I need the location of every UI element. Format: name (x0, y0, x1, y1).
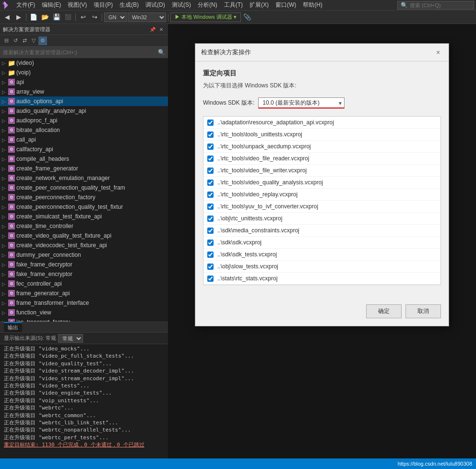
save-all-btn[interactable]: ⬛ (63, 12, 73, 23)
list-item[interactable]: ..\rtc_tools\video_replay.vcxproj (203, 189, 440, 201)
tree-item[interactable]: ▷⚙frame_transformer_interface (0, 298, 168, 308)
se-search-bar[interactable]: 🔍 (0, 47, 168, 58)
list-item[interactable]: ..\obj\rtc_unittests.vcxproj (203, 213, 440, 225)
list-item[interactable]: ..\stats\rtc_stats.vcxproj (203, 273, 440, 285)
menu-build[interactable]: 生成(B) (117, 0, 142, 10)
project-checkbox[interactable] (207, 216, 214, 222)
list-item[interactable]: ..\adaptation\resource_adaptation_api.vc… (203, 117, 440, 129)
menu-test[interactable]: 测试(S) (169, 0, 194, 10)
list-item[interactable]: ..\sdk\sdk.vcxproj (203, 237, 440, 249)
sdk-version-select[interactable]: 10.0 (最新安装的版本)8.1不升级 (258, 97, 345, 108)
menu-file[interactable]: 文件(F) (13, 0, 38, 10)
tree-item[interactable]: ▷⚙create_simulcast_test_fixture_api (0, 212, 168, 221)
open-btn[interactable]: 📂 (40, 12, 50, 23)
tree-item[interactable]: ▷⚙create_time_controller (0, 221, 168, 231)
project-checkbox[interactable] (207, 192, 214, 198)
list-item[interactable]: ..\rtc_tools\yuv_to_ivf_converter.vcxpro… (203, 201, 440, 213)
tree-item[interactable]: ▷⚙audio_quality_analyzer_api (0, 106, 168, 116)
menu-project[interactable]: 项目(P) (91, 0, 116, 10)
platform-dropdown[interactable]: Win32 (128, 12, 166, 22)
dialog-confirm-btn[interactable]: 确定 (366, 304, 402, 318)
tree-item[interactable]: ▷⚙ice_transport_factory (0, 317, 168, 322)
tree-item[interactable]: ▷⚙api (0, 77, 168, 87)
menu-edit[interactable]: 编辑(E) (39, 0, 64, 10)
tree-item[interactable]: ▷📁(voip) (0, 68, 168, 77)
se-pin-btn[interactable]: 📌 (149, 25, 156, 33)
config-dropdown[interactable]: GN (104, 12, 127, 22)
tree-item[interactable]: ▷⚙create_videocodec_test_fixture_api (0, 241, 168, 250)
dialog-cancel-btn[interactable]: 取消 (405, 304, 441, 318)
list-item[interactable]: ..\obj\slow_tests.vcxproj (203, 261, 440, 273)
list-item[interactable]: ..\rtc_tools\unpack_aecdump.vcxproj (203, 141, 440, 153)
undo-btn[interactable]: ↩ (78, 12, 88, 23)
project-checkbox[interactable] (207, 168, 214, 174)
tree-item[interactable]: ▷⚙array_view (0, 87, 168, 96)
list-item[interactable]: ..\rtc_tools\video_file_writer.vcxproj (203, 165, 440, 177)
project-checkbox[interactable] (207, 156, 214, 162)
se-collapse-btn[interactable]: ⊟ (2, 36, 11, 45)
menu-extensions[interactable]: 扩展(X) (247, 0, 272, 10)
solution-tree[interactable]: ▷📁(video)▷📁(voip)▷⚙api▷⚙array_view▷⚙audi… (0, 58, 168, 322)
project-checkbox[interactable] (207, 120, 214, 126)
tree-item[interactable]: ▷⚙create_frame_generator (0, 164, 168, 173)
tree-item[interactable]: ▷📁(video) (0, 58, 168, 68)
se-search-input[interactable] (3, 49, 156, 55)
project-checkbox[interactable] (207, 240, 214, 246)
se-refresh-btn[interactable]: ↺ (11, 36, 20, 45)
list-item[interactable]: ..\rtc_tools\video_file_reader.vcxproj (203, 153, 440, 165)
project-checkbox[interactable] (207, 180, 214, 186)
tree-item[interactable]: ▷⚙function_view (0, 308, 168, 317)
tree-item[interactable]: ▷⚙create_network_emulation_manager (0, 173, 168, 183)
se-filter-btn[interactable]: ▽ (29, 36, 38, 45)
tree-item[interactable]: ▷⚙compile_all_headers (0, 154, 168, 164)
project-checkbox[interactable] (207, 204, 214, 210)
menu-window[interactable]: 窗口(W) (273, 0, 299, 10)
project-checkbox[interactable] (207, 132, 214, 138)
tree-item[interactable]: ▷⚙fec_controller_api (0, 279, 168, 289)
new-project-btn[interactable]: 📄 (28, 12, 39, 23)
tree-item[interactable]: ▷⚙create_peerconnection_factory (0, 192, 168, 202)
tree-item[interactable]: ▷⚙create_peer_connection_quality_test_fr… (0, 183, 168, 192)
save-btn[interactable]: 💾 (51, 12, 62, 23)
redo-btn[interactable]: ↪ (89, 12, 100, 23)
tree-item[interactable]: ▷⚙fake_frame_decryptor (0, 260, 168, 269)
se-close-btn[interactable]: ✕ (157, 25, 165, 33)
output-tab[interactable]: 输出 (4, 322, 22, 332)
project-list[interactable]: ..\adaptation\resource_adaptation_api.vc… (203, 116, 441, 285)
se-sync-btn[interactable]: ⇄ (20, 36, 29, 45)
tree-item[interactable]: ▷⚙audio_options_api (0, 96, 168, 106)
project-checkbox[interactable] (207, 276, 214, 282)
project-checkbox[interactable] (207, 264, 214, 270)
menu-view[interactable]: 视图(V) (65, 0, 90, 10)
project-checkbox[interactable] (207, 228, 214, 234)
list-item[interactable]: ..\rtc_tools\video_quality_analysis.vcxp… (203, 177, 440, 189)
list-item[interactable]: ..\sdk\media_constraints.vcxproj (203, 225, 440, 237)
project-checkbox[interactable] (207, 252, 214, 258)
menu-help[interactable]: 帮助(H) (300, 0, 325, 10)
menu-search-box[interactable]: 🔍 (397, 1, 474, 10)
tree-item[interactable]: ▷⚙call_api (0, 135, 168, 144)
output-source-select[interactable]: 常规 (58, 334, 83, 343)
menu-analyze[interactable]: 分析(N) (195, 0, 220, 10)
attach-btn[interactable]: 📎 (242, 12, 252, 23)
menu-tools[interactable]: 工具(T) (221, 0, 246, 10)
tree-item[interactable]: ▷⚙fake_frame_encryptor (0, 269, 168, 279)
menu-debug[interactable]: 调试(D) (143, 0, 168, 10)
tree-item[interactable]: ▷⚙dummy_peer_connection (0, 250, 168, 260)
se-settings-btn[interactable]: ⚙ (38, 36, 47, 45)
tree-item[interactable]: ▷⚙create_peerconnection_quality_test_fix… (0, 202, 168, 212)
tree-item[interactable]: ▷⚙bitrate_allocation (0, 125, 168, 135)
list-item[interactable]: ..\sdk\sdk_tests.vcxproj (203, 249, 440, 261)
tree-item[interactable]: ▷⚙audioproc_f_api (0, 116, 168, 125)
project-checkbox[interactable] (207, 144, 214, 150)
list-item[interactable]: ..\rtc_tools\tools_unittests.vcxproj (203, 129, 440, 141)
tree-item[interactable]: ▷⚙callfactory_api (0, 144, 168, 154)
sdk-select-wrapper[interactable]: 10.0 (最新安装的版本)8.1不升级 (258, 97, 345, 108)
back-btn[interactable]: ◀ (2, 12, 12, 23)
dialog-close-btn[interactable]: × (433, 48, 443, 57)
search-input[interactable] (410, 2, 471, 8)
tree-item[interactable]: ▷⚙create_video_quality_test_fixture_api (0, 231, 168, 241)
tree-item[interactable]: ▷⚙frame_generator_api (0, 289, 168, 298)
forward-btn[interactable]: ▶ (13, 12, 24, 23)
run-debugger-btn[interactable]: ▶ 本地 Windows 调试器 ▾ (170, 12, 241, 22)
